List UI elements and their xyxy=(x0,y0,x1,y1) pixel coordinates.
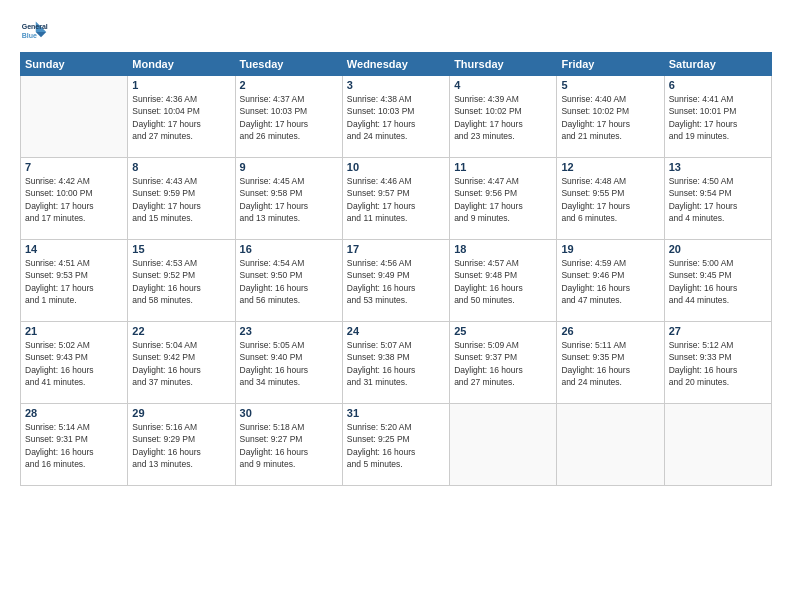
calendar-cell: 27Sunrise: 5:12 AM Sunset: 9:33 PM Dayli… xyxy=(664,322,771,404)
day-number: 14 xyxy=(25,243,123,255)
cell-text: Sunrise: 4:50 AM Sunset: 9:54 PM Dayligh… xyxy=(669,175,767,224)
day-number: 31 xyxy=(347,407,445,419)
day-header-saturday: Saturday xyxy=(664,53,771,76)
week-row-3: 14Sunrise: 4:51 AM Sunset: 9:53 PM Dayli… xyxy=(21,240,772,322)
week-row-4: 21Sunrise: 5:02 AM Sunset: 9:43 PM Dayli… xyxy=(21,322,772,404)
day-number: 5 xyxy=(561,79,659,91)
calendar-cell: 7Sunrise: 4:42 AM Sunset: 10:00 PM Dayli… xyxy=(21,158,128,240)
calendar-cell: 12Sunrise: 4:48 AM Sunset: 9:55 PM Dayli… xyxy=(557,158,664,240)
cell-text: Sunrise: 4:41 AM Sunset: 10:01 PM Daylig… xyxy=(669,93,767,142)
cell-text: Sunrise: 5:16 AM Sunset: 9:29 PM Dayligh… xyxy=(132,421,230,470)
day-header-tuesday: Tuesday xyxy=(235,53,342,76)
calendar-cell: 8Sunrise: 4:43 AM Sunset: 9:59 PM Daylig… xyxy=(128,158,235,240)
day-number: 9 xyxy=(240,161,338,173)
cell-text: Sunrise: 4:53 AM Sunset: 9:52 PM Dayligh… xyxy=(132,257,230,306)
calendar-cell: 29Sunrise: 5:16 AM Sunset: 9:29 PM Dayli… xyxy=(128,404,235,486)
svg-text:General: General xyxy=(22,23,48,30)
calendar-cell: 28Sunrise: 5:14 AM Sunset: 9:31 PM Dayli… xyxy=(21,404,128,486)
day-number: 10 xyxy=(347,161,445,173)
cell-text: Sunrise: 5:09 AM Sunset: 9:37 PM Dayligh… xyxy=(454,339,552,388)
calendar-cell: 3Sunrise: 4:38 AM Sunset: 10:03 PM Dayli… xyxy=(342,76,449,158)
day-number: 20 xyxy=(669,243,767,255)
calendar-cell: 11Sunrise: 4:47 AM Sunset: 9:56 PM Dayli… xyxy=(450,158,557,240)
cell-text: Sunrise: 5:02 AM Sunset: 9:43 PM Dayligh… xyxy=(25,339,123,388)
calendar-cell: 30Sunrise: 5:18 AM Sunset: 9:27 PM Dayli… xyxy=(235,404,342,486)
page: General Blue SundayMondayTuesdayWednesda… xyxy=(0,0,792,496)
cell-text: Sunrise: 5:18 AM Sunset: 9:27 PM Dayligh… xyxy=(240,421,338,470)
day-header-wednesday: Wednesday xyxy=(342,53,449,76)
header-row: SundayMondayTuesdayWednesdayThursdayFrid… xyxy=(21,53,772,76)
calendar-cell: 16Sunrise: 4:54 AM Sunset: 9:50 PM Dayli… xyxy=(235,240,342,322)
calendar-cell: 2Sunrise: 4:37 AM Sunset: 10:03 PM Dayli… xyxy=(235,76,342,158)
calendar-cell: 14Sunrise: 4:51 AM Sunset: 9:53 PM Dayli… xyxy=(21,240,128,322)
calendar-cell: 19Sunrise: 4:59 AM Sunset: 9:46 PM Dayli… xyxy=(557,240,664,322)
day-number: 1 xyxy=(132,79,230,91)
cell-text: Sunrise: 4:45 AM Sunset: 9:58 PM Dayligh… xyxy=(240,175,338,224)
day-number: 8 xyxy=(132,161,230,173)
calendar-cell xyxy=(557,404,664,486)
day-number: 28 xyxy=(25,407,123,419)
calendar-cell: 9Sunrise: 4:45 AM Sunset: 9:58 PM Daylig… xyxy=(235,158,342,240)
calendar-cell: 1Sunrise: 4:36 AM Sunset: 10:04 PM Dayli… xyxy=(128,76,235,158)
cell-text: Sunrise: 5:04 AM Sunset: 9:42 PM Dayligh… xyxy=(132,339,230,388)
cell-text: Sunrise: 4:56 AM Sunset: 9:49 PM Dayligh… xyxy=(347,257,445,306)
cell-text: Sunrise: 4:40 AM Sunset: 10:02 PM Daylig… xyxy=(561,93,659,142)
cell-text: Sunrise: 5:00 AM Sunset: 9:45 PM Dayligh… xyxy=(669,257,767,306)
day-number: 25 xyxy=(454,325,552,337)
calendar-cell: 13Sunrise: 4:50 AM Sunset: 9:54 PM Dayli… xyxy=(664,158,771,240)
cell-text: Sunrise: 4:47 AM Sunset: 9:56 PM Dayligh… xyxy=(454,175,552,224)
calendar-cell: 31Sunrise: 5:20 AM Sunset: 9:25 PM Dayli… xyxy=(342,404,449,486)
week-row-2: 7Sunrise: 4:42 AM Sunset: 10:00 PM Dayli… xyxy=(21,158,772,240)
cell-text: Sunrise: 5:11 AM Sunset: 9:35 PM Dayligh… xyxy=(561,339,659,388)
calendar-cell: 24Sunrise: 5:07 AM Sunset: 9:38 PM Dayli… xyxy=(342,322,449,404)
calendar-cell: 10Sunrise: 4:46 AM Sunset: 9:57 PM Dayli… xyxy=(342,158,449,240)
calendar-cell xyxy=(450,404,557,486)
calendar-cell xyxy=(21,76,128,158)
calendar-cell: 5Sunrise: 4:40 AM Sunset: 10:02 PM Dayli… xyxy=(557,76,664,158)
day-number: 2 xyxy=(240,79,338,91)
calendar-cell: 25Sunrise: 5:09 AM Sunset: 9:37 PM Dayli… xyxy=(450,322,557,404)
day-number: 26 xyxy=(561,325,659,337)
day-number: 15 xyxy=(132,243,230,255)
calendar-cell: 15Sunrise: 4:53 AM Sunset: 9:52 PM Dayli… xyxy=(128,240,235,322)
day-number: 11 xyxy=(454,161,552,173)
day-number: 12 xyxy=(561,161,659,173)
cell-text: Sunrise: 5:07 AM Sunset: 9:38 PM Dayligh… xyxy=(347,339,445,388)
header: General Blue xyxy=(20,18,772,46)
cell-text: Sunrise: 4:42 AM Sunset: 10:00 PM Daylig… xyxy=(25,175,123,224)
day-number: 3 xyxy=(347,79,445,91)
cell-text: Sunrise: 4:48 AM Sunset: 9:55 PM Dayligh… xyxy=(561,175,659,224)
day-header-friday: Friday xyxy=(557,53,664,76)
calendar-cell: 23Sunrise: 5:05 AM Sunset: 9:40 PM Dayli… xyxy=(235,322,342,404)
cell-text: Sunrise: 5:12 AM Sunset: 9:33 PM Dayligh… xyxy=(669,339,767,388)
day-number: 24 xyxy=(347,325,445,337)
svg-text:Blue: Blue xyxy=(22,32,37,39)
calendar-cell: 18Sunrise: 4:57 AM Sunset: 9:48 PM Dayli… xyxy=(450,240,557,322)
cell-text: Sunrise: 4:36 AM Sunset: 10:04 PM Daylig… xyxy=(132,93,230,142)
calendar-cell: 4Sunrise: 4:39 AM Sunset: 10:02 PM Dayli… xyxy=(450,76,557,158)
day-number: 27 xyxy=(669,325,767,337)
calendar-cell xyxy=(664,404,771,486)
day-number: 7 xyxy=(25,161,123,173)
week-row-1: 1Sunrise: 4:36 AM Sunset: 10:04 PM Dayli… xyxy=(21,76,772,158)
cell-text: Sunrise: 4:38 AM Sunset: 10:03 PM Daylig… xyxy=(347,93,445,142)
cell-text: Sunrise: 5:05 AM Sunset: 9:40 PM Dayligh… xyxy=(240,339,338,388)
cell-text: Sunrise: 4:59 AM Sunset: 9:46 PM Dayligh… xyxy=(561,257,659,306)
calendar-cell: 22Sunrise: 5:04 AM Sunset: 9:42 PM Dayli… xyxy=(128,322,235,404)
day-number: 16 xyxy=(240,243,338,255)
day-number: 19 xyxy=(561,243,659,255)
cell-text: Sunrise: 4:51 AM Sunset: 9:53 PM Dayligh… xyxy=(25,257,123,306)
day-number: 6 xyxy=(669,79,767,91)
day-number: 30 xyxy=(240,407,338,419)
calendar-cell: 26Sunrise: 5:11 AM Sunset: 9:35 PM Dayli… xyxy=(557,322,664,404)
day-number: 21 xyxy=(25,325,123,337)
calendar-cell: 21Sunrise: 5:02 AM Sunset: 9:43 PM Dayli… xyxy=(21,322,128,404)
cell-text: Sunrise: 4:37 AM Sunset: 10:03 PM Daylig… xyxy=(240,93,338,142)
calendar-cell: 20Sunrise: 5:00 AM Sunset: 9:45 PM Dayli… xyxy=(664,240,771,322)
day-header-sunday: Sunday xyxy=(21,53,128,76)
day-header-monday: Monday xyxy=(128,53,235,76)
cell-text: Sunrise: 4:57 AM Sunset: 9:48 PM Dayligh… xyxy=(454,257,552,306)
week-row-5: 28Sunrise: 5:14 AM Sunset: 9:31 PM Dayli… xyxy=(21,404,772,486)
day-number: 29 xyxy=(132,407,230,419)
day-number: 18 xyxy=(454,243,552,255)
